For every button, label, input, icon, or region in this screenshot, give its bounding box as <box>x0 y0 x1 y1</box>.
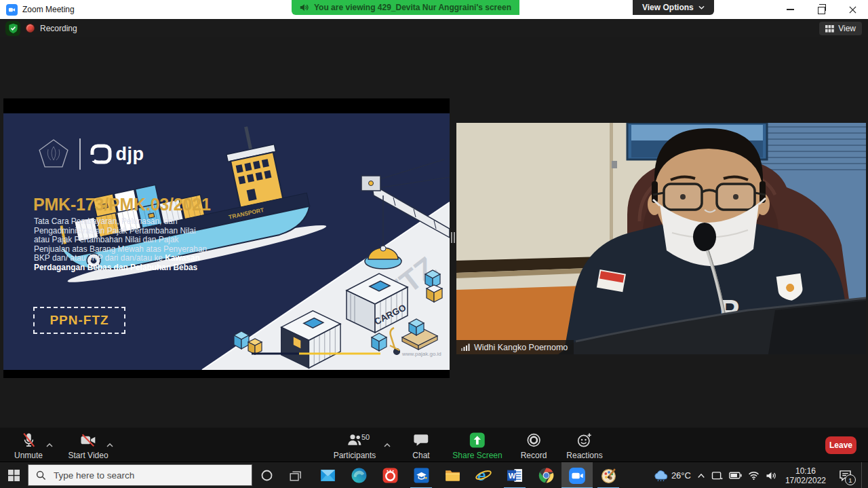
participant-name: Widhi Kangko Poernomo <box>474 343 568 352</box>
reactions-icon <box>576 432 593 449</box>
leave-button[interactable]: Leave <box>825 436 856 454</box>
reactions-label: Reactions <box>566 451 602 460</box>
tray-expand-button[interactable] <box>697 473 705 478</box>
close-icon <box>849 6 856 14</box>
ppn-ftz-badge: PPN-FTZ <box>33 307 125 334</box>
search-input[interactable] <box>52 470 244 481</box>
recorder-app-icon <box>382 467 399 484</box>
notification-badge: 1 <box>845 474 856 485</box>
restore-button[interactable] <box>806 0 837 19</box>
recording-indicator[interactable]: Recording <box>26 19 77 37</box>
temperature-label: 26°C <box>671 470 691 481</box>
svg-text:e: e <box>477 467 486 484</box>
microphone-muted-icon <box>20 432 37 449</box>
record-label: Record <box>521 451 547 460</box>
audio-options-chevron[interactable] <box>46 438 53 450</box>
meeting-info-bar: Recording View <box>0 19 868 37</box>
start-button[interactable] <box>0 462 28 488</box>
chevron-up-icon <box>697 473 705 478</box>
taskbar-clock[interactable]: 10:16 17/02/2022 <box>783 466 829 485</box>
screen-share-banner: You are viewing 429_Devita Nur Anggraini… <box>292 0 519 15</box>
meeting-toolbar: Unmute Start Video Participants 50 <box>0 428 868 462</box>
word-icon: W <box>507 467 524 484</box>
slide-body: Tata Cara Pembayaran, Pelunasan, dan Pen… <box>34 217 212 272</box>
battery-indicator[interactable] <box>729 472 742 479</box>
taskbar-app-edge[interactable] <box>343 462 374 488</box>
minimize-icon <box>787 9 794 10</box>
app-identity: Zoom Meeting <box>6 0 75 19</box>
window-controls <box>774 0 868 19</box>
taskbar-app-zoom[interactable] <box>561 462 593 488</box>
taskbar-app-file-explorer[interactable] <box>437 462 468 488</box>
screen-share-banner-text: You are viewing 429_Devita Nur Anggraini… <box>314 3 511 12</box>
reactions-button[interactable]: Reactions <box>566 432 602 460</box>
mail-icon <box>319 467 336 484</box>
zoom-app-icon <box>6 4 18 16</box>
start-video-button[interactable]: Start Video <box>68 432 108 460</box>
share-screen-button[interactable]: Share Screen <box>452 432 502 460</box>
weather-widget[interactable]: 26°C <box>654 470 691 481</box>
view-options-label: View Options <box>642 3 694 12</box>
battery-icon <box>729 472 742 479</box>
recording-label: Recording <box>40 24 77 33</box>
record-button[interactable]: Record <box>521 432 547 460</box>
djp-logo-icon <box>90 144 112 164</box>
file-explorer-icon <box>444 467 461 484</box>
taskbar-app-mail[interactable] <box>312 462 343 488</box>
taskbar-app-education[interactable] <box>406 462 437 488</box>
security-shield-icon[interactable] <box>5 21 20 36</box>
close-button[interactable] <box>837 0 868 19</box>
view-layout-button[interactable]: View <box>819 22 862 35</box>
window-title: Zoom Meeting <box>22 5 75 14</box>
search-icon <box>36 470 46 481</box>
edge-icon <box>351 467 368 484</box>
cortana-button[interactable] <box>252 462 281 488</box>
djp-logo: djp <box>90 144 144 165</box>
windows-taskbar: e W <box>0 462 868 488</box>
svg-text:W: W <box>508 472 515 480</box>
taskbar-app-chrome[interactable] <box>530 462 561 488</box>
unmute-label: Unmute <box>14 451 43 460</box>
tablet-mode-button[interactable] <box>711 471 723 481</box>
participant-video[interactable]: P Widhi Kangko Poernomo <box>456 123 866 354</box>
record-icon <box>526 432 542 449</box>
wifi-indicator[interactable] <box>748 471 760 480</box>
action-center-button[interactable]: 1 <box>835 462 855 488</box>
taskbar-app-word[interactable]: W <box>499 462 530 488</box>
restore-icon <box>818 7 825 14</box>
participants-count: 50 <box>361 433 370 441</box>
chevron-down-icon <box>698 5 705 10</box>
taskbar-app-recorder[interactable] <box>374 462 406 488</box>
system-tray: 26°C <box>654 462 865 488</box>
panel-resize-handle[interactable] <box>450 229 456 246</box>
tablet-icon <box>711 471 723 481</box>
view-options-button[interactable]: View Options <box>633 0 714 15</box>
share-screen-icon <box>469 432 486 449</box>
chrome-icon <box>538 467 555 484</box>
chat-button[interactable]: Chat <box>412 432 429 460</box>
weather-cloud-icon <box>654 470 669 481</box>
speaker-volume-icon <box>766 471 776 481</box>
video-options-chevron[interactable] <box>106 438 113 450</box>
minimize-button[interactable] <box>774 0 806 19</box>
taskbar-app-paint[interactable] <box>593 462 624 488</box>
windows-logo-icon <box>8 470 20 481</box>
camera-off-icon <box>80 432 97 449</box>
zoom-meeting-window: Zoom Meeting You are viewing 429_Devita … <box>0 0 868 488</box>
share-screen-label: Share Screen <box>452 451 502 460</box>
task-view-icon <box>288 470 302 482</box>
volume-indicator[interactable] <box>766 471 776 481</box>
recording-dot-icon <box>26 24 35 33</box>
taskbar-app-internet-explorer[interactable]: e <box>468 462 499 488</box>
start-video-label: Start Video <box>68 451 108 460</box>
chat-label: Chat <box>412 451 429 460</box>
unmute-button[interactable]: Unmute <box>14 432 43 460</box>
svg-text:www.pajak.go.id: www.pajak.go.id <box>401 351 441 357</box>
task-view-button[interactable] <box>281 462 309 488</box>
participants-options-chevron[interactable] <box>384 438 391 450</box>
internet-explorer-icon: e <box>475 467 492 485</box>
taskbar-search[interactable] <box>28 464 252 486</box>
show-desktop-button[interactable] <box>861 462 865 488</box>
slide-logos: djp <box>37 138 144 170</box>
speaker-icon <box>300 3 309 12</box>
